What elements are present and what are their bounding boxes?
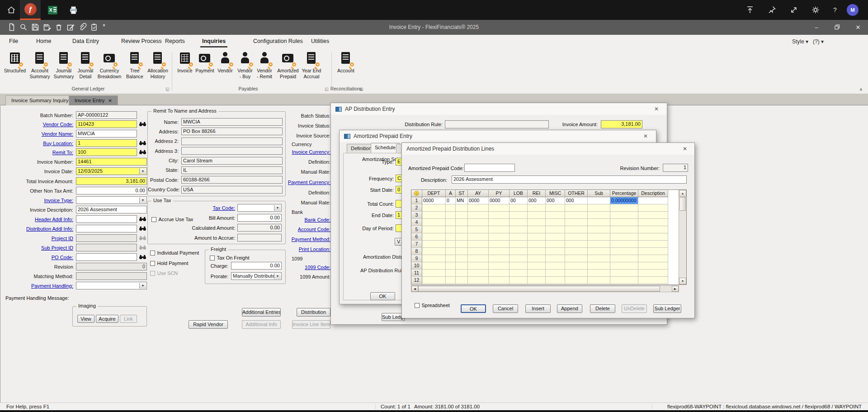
grid-header-a[interactable]: A	[446, 190, 456, 197]
label-invoice-currency[interactable]: Invoice Currency:	[267, 149, 330, 155]
taskbar-print-preview-app[interactable]	[65, 0, 81, 20]
ribbon-item-structured[interactable]: Structured	[1, 51, 29, 80]
link-invoice-type[interactable]: Invoice Type:	[9, 198, 76, 203]
grid-cell-pct-1[interactable]: 0.00000000	[610, 197, 638, 204]
ribbon-collapse-icon[interactable]: ∧	[859, 87, 863, 92]
grid-cell-ay-2[interactable]	[468, 204, 489, 212]
grid-cell-dept-12[interactable]	[422, 277, 446, 284]
close-icon[interactable]: ✕	[642, 133, 650, 140]
grid-cell-ay-12[interactable]	[468, 277, 489, 284]
style-menu[interactable]: Style ▾	[792, 38, 808, 45]
grid-cell-dept-5[interactable]	[422, 226, 446, 233]
insert-button[interactable]: Insert	[525, 304, 551, 313]
grid-cell-misc-11[interactable]	[546, 270, 565, 277]
grid-cell-st-4[interactable]	[456, 219, 468, 226]
grid-cell-dept-11[interactable]	[422, 270, 446, 277]
grid-cell-a-10[interactable]	[446, 262, 456, 270]
grid-cell-pct-5[interactable]	[610, 226, 638, 233]
grid-cell-dept-6[interactable]	[422, 233, 446, 241]
grid-cell-a-5[interactable]	[446, 226, 456, 233]
taskbar-excel-app[interactable]: X	[44, 0, 61, 20]
grid-header-sub[interactable]: Sub	[588, 190, 610, 197]
grid-cell-lob-2[interactable]	[509, 204, 528, 212]
grid-cell-other-6[interactable]	[565, 233, 588, 241]
individual-payment-checkbox[interactable]: Individual Payment	[150, 248, 199, 256]
grid-cell-pct-10[interactable]	[610, 262, 638, 270]
description-field[interactable]: 2026 Assessment	[452, 175, 687, 184]
field-vendor-name[interactable]: MWCIA	[76, 130, 137, 137]
binoculars-icon[interactable]	[139, 217, 146, 222]
amortized-prepaid-code-field[interactable]	[464, 164, 515, 172]
menu-item-configuration-rules[interactable]: Configuration Rules	[253, 38, 303, 44]
grid-header-st[interactable]: ST	[456, 190, 468, 197]
grid-cell-pct-9[interactable]	[610, 255, 638, 262]
binoculars-icon[interactable]	[139, 141, 146, 146]
grid-cell-misc-4[interactable]	[546, 219, 565, 226]
distribution-rule-field[interactable]	[445, 120, 549, 128]
grid-cell-lob-11[interactable]	[509, 270, 528, 277]
field-payment-handling[interactable]: ▼	[76, 282, 147, 289]
grid-cell-py-12[interactable]	[489, 277, 509, 284]
grid-cell-ay-1[interactable]: 0000	[468, 197, 489, 204]
grid-horizontal-scrollbar[interactable]: ◀ ▶	[411, 285, 679, 292]
grid-cell-ay-7[interactable]	[468, 241, 489, 248]
link-payment-handling[interactable]: Payment Handling:	[9, 283, 76, 289]
grid-cell-pct-6[interactable]	[610, 233, 638, 241]
additional-entries-button[interactable]: Additional Entries	[242, 308, 281, 317]
grid-cell-misc-3[interactable]	[546, 212, 565, 219]
grid-cell-a-1[interactable]: 0	[446, 197, 456, 204]
grid-cell-misc-10[interactable]	[546, 262, 565, 270]
grid-cell-lob-3[interactable]	[509, 212, 528, 219]
grid-cell-lob-5[interactable]	[509, 226, 528, 233]
rapid-vendor-button[interactable]: Rapid Vendor	[189, 320, 228, 329]
grid-cell-desc-4[interactable]	[638, 219, 668, 226]
link-project-id[interactable]: Project ID	[9, 236, 76, 241]
label-1099-code[interactable]: 1099 Code:	[267, 265, 330, 270]
field-invoice-description[interactable]: 2026 Assessment	[76, 206, 147, 213]
link-po-code[interactable]: PO Code:	[9, 255, 76, 260]
menu-item-file[interactable]: File	[9, 38, 18, 44]
menu-item-review-process[interactable]: Review Process	[121, 38, 162, 44]
chevron-down-icon[interactable]: ▼	[139, 197, 146, 203]
grid-cell-other-10[interactable]	[565, 262, 588, 270]
grid-cell-rei-1[interactable]: 000	[528, 197, 546, 204]
scroll-right-icon[interactable]: ▶	[672, 286, 679, 292]
ribbon-item-currency-breakdown[interactable]: CurrencyBreakdown	[95, 51, 123, 80]
grid-cell-dept-3[interactable]	[422, 212, 446, 219]
grid-cell-py-10[interactable]	[489, 262, 509, 270]
scroll-down-icon[interactable]: ▼	[679, 278, 686, 284]
grid-cell-py-6[interactable]	[489, 233, 509, 241]
tab-invoice-entry[interactable]: Invoice Entry✕	[69, 95, 118, 105]
grid-cell-other-8[interactable]	[565, 248, 588, 255]
grid-cell-py-5[interactable]	[489, 226, 509, 233]
grid-cell-ay-9[interactable]	[468, 255, 489, 262]
style-help-menu[interactable]: (?) ▾	[813, 38, 824, 45]
grid-cell-ay-4[interactable]	[468, 219, 489, 226]
grid-cell-a-8[interactable]	[446, 248, 456, 255]
grid-cell-desc-7[interactable]	[638, 241, 668, 248]
grid-cell-pct-7[interactable]	[610, 241, 638, 248]
field-other-non-tax-amt[interactable]: 0.00	[76, 187, 147, 194]
grid-cell-py-8[interactable]	[489, 248, 509, 255]
grid-cell-py-4[interactable]	[489, 219, 509, 226]
hold-payment-checkbox[interactable]: Hold Payment	[150, 259, 189, 267]
grid-cell-st-3[interactable]	[456, 212, 468, 219]
grid-cell-other-5[interactable]	[565, 226, 588, 233]
binoculars-icon[interactable]	[139, 122, 146, 127]
grid-header-corner[interactable]: ☺	[411, 190, 422, 197]
grid-cell-sub-1[interactable]	[588, 197, 610, 204]
grid-cell-pct-11[interactable]	[610, 270, 638, 277]
grid-cell-py-7[interactable]	[489, 241, 509, 248]
grid-cell-misc-1[interactable]: 000	[546, 197, 565, 204]
close-icon[interactable]: ✕	[652, 105, 660, 113]
grid-cell-rei-2[interactable]	[528, 204, 546, 212]
grid-cell-py-2[interactable]	[489, 204, 509, 212]
grid-cell-desc-10[interactable]	[638, 262, 668, 270]
grid-cell-dept-1[interactable]: 0000	[422, 197, 446, 204]
grid-cell-a-7[interactable]	[446, 241, 456, 248]
grid-header-rei[interactable]: REI	[528, 190, 546, 197]
grid-cell-lob-12[interactable]	[509, 277, 528, 284]
sub-ledger-button[interactable]: Sub Ledger	[653, 304, 681, 313]
grid-cell-misc-6[interactable]	[546, 233, 565, 241]
grid-cell-py-11[interactable]	[489, 270, 509, 277]
